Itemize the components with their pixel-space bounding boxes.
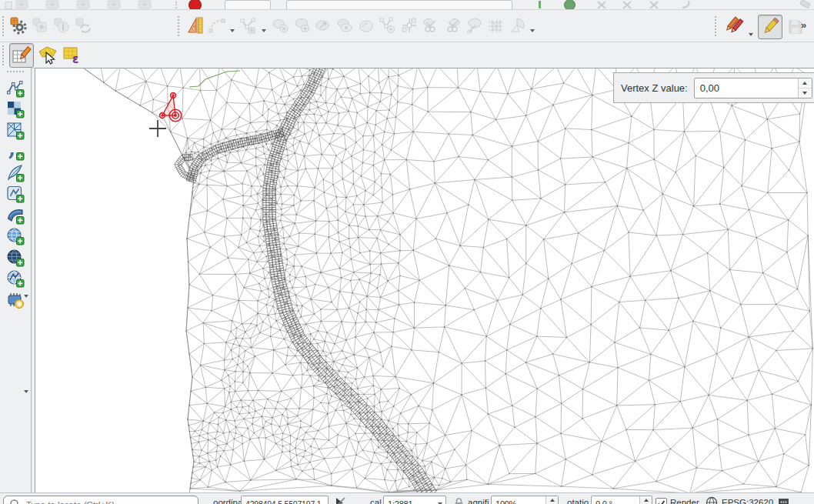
add-virtual-layer-icon[interactable] (6, 185, 25, 203)
checkmark-icon (656, 499, 666, 504)
map-canvas[interactable] (35, 68, 814, 493)
triangle-up-icon[interactable] (550, 499, 555, 502)
clipped-toolbar-strip (0, 0, 814, 10)
spin-down-button[interactable] (799, 88, 812, 98)
mesh-edit-tool-icon[interactable] (508, 16, 526, 35)
reload-mesh-icon[interactable] (74, 16, 92, 35)
vertex-z-panel: Vertex Z value: 0,00 (613, 72, 814, 103)
chevron-down-icon[interactable] (24, 295, 28, 298)
clipped-pencil-icon (797, 0, 812, 9)
chevron-down-icon[interactable] (24, 390, 28, 393)
mouse-position-toggle-icon[interactable] (333, 496, 347, 504)
triangle-down-icon (802, 92, 807, 95)
add-vector-layer-icon[interactable] (6, 79, 25, 98)
coordinate-field[interactable]: 4298494.5,5507197.1 (241, 496, 329, 504)
vertex-z-value[interactable]: 0,00 (700, 82, 798, 94)
toggle-editing-pencils-icon[interactable] (724, 16, 745, 38)
toolbar-handle (175, 2, 180, 8)
mesh-edit-tool-icon[interactable] (335, 16, 354, 35)
mesh-edit-tool-icon[interactable] (443, 16, 462, 35)
add-raster-layer-icon[interactable] (6, 100, 25, 118)
toolbar-handle[interactable] (2, 16, 8, 36)
chevron-down-icon[interactable] (262, 29, 266, 32)
triangle-up-icon (802, 82, 807, 85)
green-bar-icon (539, 1, 541, 8)
lock-scale-icon[interactable] (452, 496, 466, 504)
chevron-down-icon[interactable] (230, 29, 235, 32)
mesh-info-icon[interactable] (52, 16, 71, 35)
magnifier-value[interactable]: 100% (495, 499, 545, 504)
status-bar: oordina 4298494.5,5507197.1 cal 1:2881 a… (0, 492, 814, 504)
mesh-edit-pencil-button[interactable] (758, 15, 782, 39)
select-mesh-elements-icon[interactable] (37, 45, 58, 66)
magnifier-spinbox[interactable]: 100% (491, 496, 559, 504)
add-database-layer-icon[interactable] (6, 206, 25, 225)
add-spatialite-layer-icon[interactable] (6, 164, 25, 182)
clipped-combo-small[interactable] (225, 0, 271, 10)
toolbar-handle[interactable] (7, 71, 24, 76)
transform-mesh-vertices-icon[interactable]: ε (62, 45, 83, 66)
scale-combobox[interactable]: 1:2881 (383, 496, 446, 504)
chevron-down-icon[interactable] (530, 29, 535, 32)
scale-label: cal (370, 498, 382, 504)
toolbar-handle[interactable] (2, 45, 8, 65)
messages-bubble-icon[interactable] (777, 496, 791, 504)
crs-globe-icon[interactable] (706, 496, 719, 504)
rotation-spinbox[interactable]: 0.0 ° (591, 496, 652, 504)
toolbar-overflow-chevron[interactable]: » (801, 19, 806, 31)
red-record-icon[interactable] (188, 0, 202, 10)
mesh-layer-rendering (35, 68, 814, 492)
render-label: Render (670, 498, 699, 504)
clipped-snap-icons[interactable] (15, 0, 169, 9)
toolbar-handle[interactable] (178, 16, 183, 36)
vertex-z-spinbox[interactable]: 0,00 (694, 78, 812, 98)
rotation-label: otatio (567, 498, 589, 504)
add-wfs-layer-icon[interactable] (6, 269, 25, 288)
mesh-edit-tool-icon[interactable] (357, 16, 375, 35)
clipped-icon[interactable] (5, 2, 12, 9)
curve-digitize-icon[interactable] (208, 16, 226, 35)
crs-label[interactable]: EPSG:32620 (722, 498, 773, 504)
mesh-edit-tool-icon[interactable] (422, 16, 440, 35)
coordinate-label: oordina (213, 498, 242, 504)
mesh-edit-tool-icon[interactable] (271, 16, 289, 35)
locate-input[interactable] (25, 499, 189, 504)
digitize-mesh-elements-button[interactable] (9, 43, 34, 68)
add-web-tools-icon[interactable] (6, 291, 25, 309)
spin-up-button[interactable] (799, 78, 812, 88)
render-checkbox[interactable] (656, 498, 667, 504)
scale-value[interactable]: 1:2881 (388, 499, 438, 504)
new-mesh-icon[interactable] (31, 16, 49, 35)
mesh-edit-tool-icon[interactable] (486, 16, 505, 35)
magnifier-label: agnifi (468, 498, 489, 504)
svg-text:,: , (8, 142, 15, 160)
add-mesh-layer-icon[interactable] (6, 122, 25, 140)
toolbar-handle[interactable] (715, 16, 720, 36)
mesh-edit-tool-icon[interactable] (379, 16, 397, 35)
locate-box[interactable] (3, 496, 198, 504)
main-toolbar: » (0, 10, 814, 42)
node-tool-icon[interactable] (239, 16, 258, 35)
svg-text:ε: ε (72, 52, 78, 65)
manage-layers-toolbar: , (0, 68, 32, 492)
vertex-z-label: Vertex Z value: (621, 82, 688, 94)
mesh-edit-tool-icon[interactable] (314, 16, 332, 35)
clipped-combo-wide[interactable] (286, 0, 512, 10)
qgis-window: { "toolbar": { "overflow_chevron": "»", … (0, 0, 814, 504)
coordinate-value[interactable]: 4298494.5,5507197.1 (245, 499, 328, 504)
green-layer-icon[interactable] (564, 0, 575, 10)
add-wms-layer-icon[interactable] (6, 227, 25, 245)
mesh-edit-tool-icon[interactable] (400, 16, 419, 35)
mesh-edit-tool-icon[interactable] (465, 16, 483, 35)
add-wcs-layer-icon[interactable] (6, 249, 25, 267)
mesh-digitizing-toolbar: ε (0, 42, 814, 68)
clipped-disabled-icons (596, 0, 696, 9)
add-delimited-text-layer-icon[interactable]: , (6, 142, 25, 161)
mesh-edit-tool-icon[interactable] (292, 16, 311, 35)
search-icon (9, 499, 22, 504)
setsquare-digitizing-icon[interactable] (186, 16, 205, 35)
triangle-up-icon[interactable] (644, 499, 649, 502)
chevron-down-icon[interactable] (749, 33, 753, 36)
rotation-value[interactable]: 0.0 ° (595, 499, 639, 504)
processing-gear-cube-icon[interactable] (9, 16, 28, 35)
